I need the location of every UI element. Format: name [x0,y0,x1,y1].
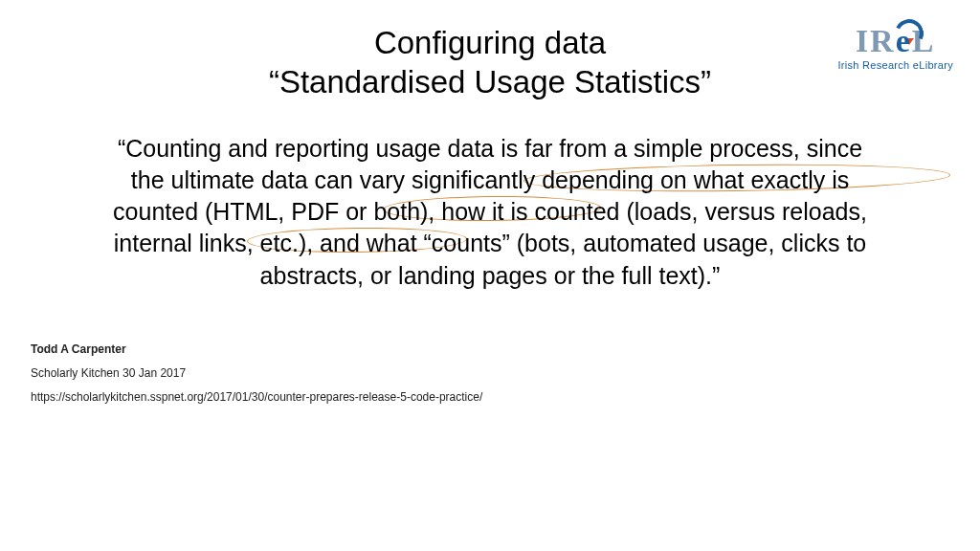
quote-line: counted (HTML, PDF or both), how it is c… [21,196,959,228]
citation-source: Scholarly Kitchen 30 Jan 2017 [31,362,980,386]
logo-wordmark: IReL [837,25,953,57]
quote-line: “Counting and reporting usage data is fa… [21,133,959,165]
citation-url: https://scholarlykitchen.sspnet.org/2017… [31,386,980,409]
logo-subtitle: Irish Research eLibrary [837,59,953,71]
title-line-2: “Standardised Usage Statistics” [0,62,980,101]
quote-line: abstracts, or landing pages or the full … [21,260,959,292]
slide-title: Configuring data “Standardised Usage Sta… [0,0,980,102]
citation: Todd A Carpenter Scholarly Kitchen 30 Ja… [31,338,980,410]
quote-body: “Counting and reporting usage data is fa… [21,133,959,292]
logo-prefix: IR [856,23,896,58]
logo-e: e [896,25,912,57]
citation-author: Todd A Carpenter [31,338,980,362]
quote-line: internal links, etc.), and what “counts”… [21,228,959,259]
brand-logo: IReL Irish Research eLibrary [837,25,953,71]
title-line-1: Configuring data [0,23,980,62]
quote-line: the ultimate data can vary significantly… [21,165,959,196]
